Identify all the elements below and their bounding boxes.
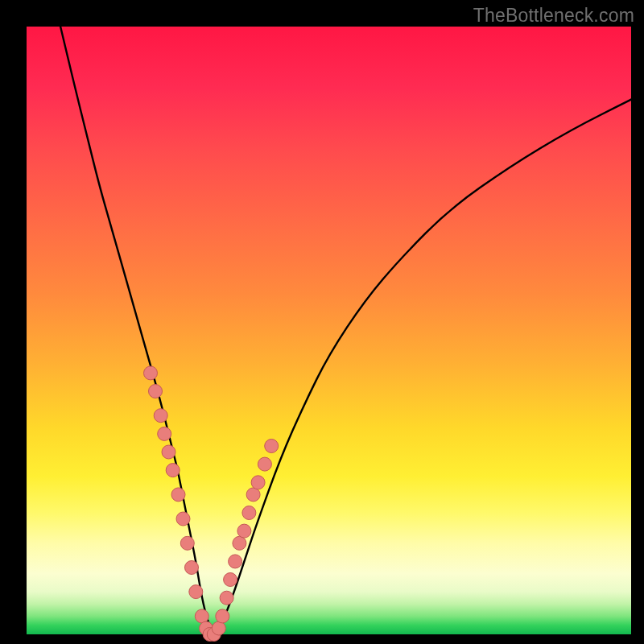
scatter-dot	[224, 573, 237, 587]
scatter-dot	[149, 385, 163, 398]
scatter-dot	[216, 609, 229, 623]
scatter-dots	[144, 366, 279, 642]
scatter-dot	[171, 488, 185, 502]
chart-frame: TheBottleneck.com	[0, 0, 644, 644]
scatter-dot	[242, 506, 256, 520]
bottleneck-curve	[60, 27, 631, 632]
scatter-dot	[195, 609, 208, 623]
scatter-dot	[162, 445, 175, 459]
scatter-dot	[258, 457, 271, 471]
scatter-dot	[233, 536, 246, 550]
scatter-dot	[212, 621, 225, 635]
scatter-dot	[189, 585, 203, 599]
scatter-dot	[166, 464, 180, 477]
scatter-dot	[265, 440, 279, 453]
scatter-dot	[246, 488, 260, 502]
scatter-dot	[176, 512, 190, 526]
scatter-dot	[185, 561, 199, 575]
scatter-dot	[154, 409, 167, 423]
scatter-dot	[158, 427, 171, 440]
watermark-text: TheBottleneck.com	[473, 5, 634, 27]
scatter-dot	[180, 536, 194, 550]
scatter-dot	[229, 555, 242, 568]
curve-layer	[27, 27, 631, 634]
scatter-dot	[251, 476, 265, 489]
scatter-dot	[144, 366, 158, 380]
scatter-dot	[220, 591, 233, 605]
scatter-dot	[237, 524, 251, 538]
